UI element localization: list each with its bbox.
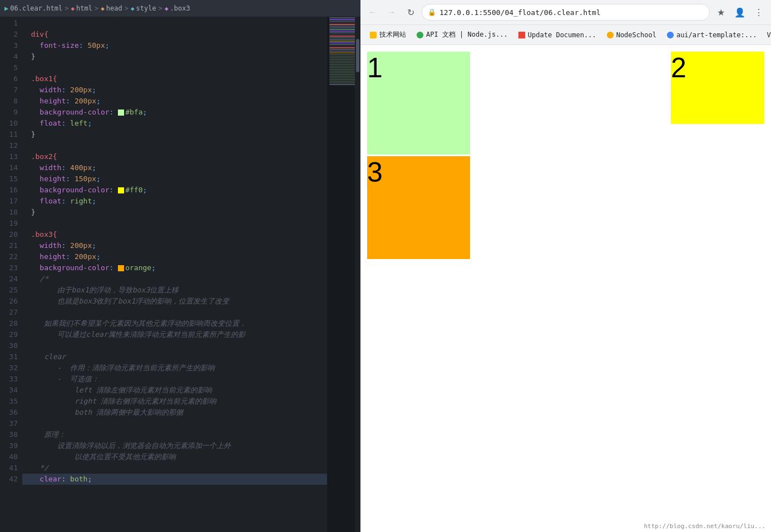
back-button[interactable]: ← [365,4,380,20]
bookmark-v[interactable]: V [762,29,771,41]
svg-point-1 [417,31,423,38]
html-icon: ◆ [71,5,75,12]
url-text: 127.0.0.1:5500/04_float/06.clear.html [439,8,601,17]
box3-label: 3 [367,157,383,188]
breadcrumb-sep-2: > [95,4,98,12]
bookmark-update-label: Update Documen... [528,31,596,39]
box2-label: 2 [671,52,686,83]
breadcrumb-file: ▶ 06.clear.html [4,4,62,12]
box1: 1 [367,52,470,155]
bookmark-jishu[interactable]: 技术网站 [365,28,411,42]
breadcrumb-head-label: head [106,4,122,12]
head-icon: ◆ [101,5,105,12]
bookmark-jishu-label: 技术网站 [379,30,406,39]
bookmark-update-icon [518,31,526,39]
refresh-button[interactable]: ↻ [403,4,418,20]
editor-panel: ▶ 06.clear.html > ◆ html > ◆ head > ◆ st… [0,0,360,532]
breadcrumb-sep-1: > [65,4,68,12]
browser-status: http://blog.csdn.net/kaoru/liu... [644,523,765,530]
bookmark-aui[interactable]: aui/art-template:... [662,29,762,41]
scrollbar-thumb[interactable] [356,39,359,72]
bookmark-api-label: API 文档 | Node.js... [426,30,508,39]
style-icon: ◆ [131,5,135,12]
svg-point-4 [667,31,674,38]
svg-rect-0 [370,31,377,38]
bookmark-api[interactable]: API 文档 | Node.js... [412,28,512,42]
bookmark-aui-label: aui/art-template:... [676,31,757,39]
breadcrumb-file-label: 06.clear.html [10,4,62,12]
bookmark-update[interactable]: Update Documen... [513,29,601,41]
browser-content: 1 2 3 http://blog.csdn.net/kaoru/liu... [360,45,771,532]
breadcrumb-box3-label: .box3 [170,4,190,12]
bookmarks-bar: 技术网站 API 文档 | Node.js... Update Documen.… [360,25,771,45]
scrollbar[interactable] [355,17,360,532]
breadcrumb-sep-4: > [159,4,162,12]
breadcrumb-html: ◆ html [71,4,92,12]
code-area: 1 2 3 4 5 6 7 8 9 10 11 12 13 14 15 16 1… [0,17,360,532]
code-content[interactable]: div{ font-size: 50px; } .box1{ width: 20… [22,17,327,532]
bookmark-api-icon [416,31,424,39]
bookmark-nodeschool[interactable]: NodeSchool [602,29,661,41]
breadcrumb-head: ◆ head [101,4,122,12]
forward-button[interactable]: → [384,4,399,20]
box1-label: 1 [367,52,383,83]
file-icon: ▶ [4,4,8,12]
bookmark-nodeschool-label: NodeSchool [616,31,656,39]
svg-point-3 [607,31,614,38]
breadcrumb-style: ◆ style [131,4,156,12]
bookmark-aui-icon [666,31,674,39]
lock-icon: 🔒 [428,8,436,16]
profile-button[interactable]: 👤 [732,4,748,20]
breadcrumb-style-label: style [136,4,156,12]
breadcrumb-bar: ▶ 06.clear.html > ◆ html > ◆ head > ◆ st… [0,0,360,17]
breadcrumb-sep-3: > [125,4,128,12]
line-numbers: 1 2 3 4 5 6 7 8 9 10 11 12 13 14 15 16 1… [0,17,22,532]
box2: 2 [671,52,764,124]
bookmark-button[interactable]: ★ [713,4,729,20]
bookmark-jishu-icon [369,31,377,39]
browser-toolbar: ← → ↻ 🔒 127.0.0.1:5500/04_float/06.clear… [360,0,771,25]
bookmark-nodeschool-icon [606,31,614,39]
box3: 3 [367,156,470,259]
breadcrumb-html-label: html [76,4,92,12]
box3-icon: ◆ [165,5,169,12]
svg-rect-2 [518,31,525,38]
bookmark-v-label: V [767,31,770,39]
address-bar[interactable]: 🔒 127.0.0.1:5500/04_float/06.clear.html [422,4,710,21]
browser-panel: ← → ↻ 🔒 127.0.0.1:5500/04_float/06.clear… [360,0,771,532]
menu-button[interactable]: ⋮ [751,4,767,20]
breadcrumb-box3: ◆ .box3 [165,4,190,12]
